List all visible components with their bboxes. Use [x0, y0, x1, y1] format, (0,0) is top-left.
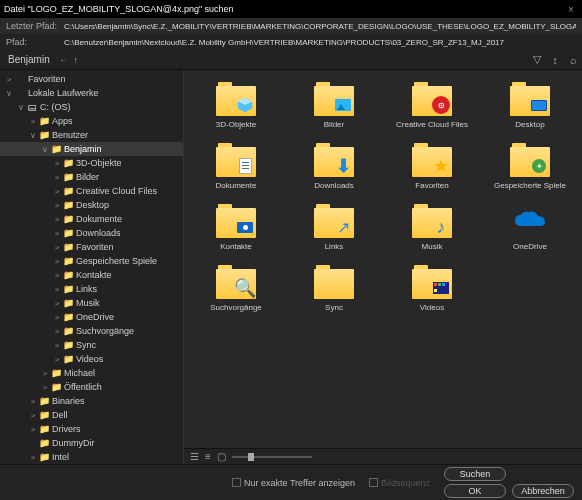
folder-item[interactable]: Kontakte	[188, 200, 284, 255]
folder-item[interactable]: Sync	[286, 261, 382, 316]
tree-item[interactable]: >📁Gespeicherte Spiele	[0, 254, 183, 268]
tree-item-label: Dell	[52, 410, 68, 420]
close-icon[interactable]: ×	[564, 4, 578, 15]
tree-item[interactable]: >📁Desktop	[0, 198, 183, 212]
expander-icon[interactable]: >	[52, 187, 62, 196]
folder-icon	[412, 265, 452, 299]
folder-item[interactable]: ♪Musik	[384, 200, 480, 255]
filter-icon[interactable]: ▽	[528, 53, 546, 66]
expander-icon[interactable]: >	[28, 411, 38, 420]
expander-icon[interactable]: >	[52, 285, 62, 294]
search-icon[interactable]: ⌕	[564, 54, 582, 66]
exact-match-checkbox[interactable]: Nur exakte Treffer anzeigen	[232, 478, 355, 488]
folder-item[interactable]: ✦Gespeicherte Spiele	[482, 139, 578, 194]
tree-item[interactable]: >📁Favoriten	[0, 240, 183, 254]
expander-icon[interactable]: >	[40, 369, 50, 378]
breadcrumb-current[interactable]: Benjamin	[0, 54, 58, 65]
tree-item[interactable]: >📁Bilder	[0, 170, 183, 184]
tree-item[interactable]: >📁Apps	[0, 114, 183, 128]
tree-node-icon: 📁	[62, 326, 74, 336]
tree-item-label: Kontakte	[76, 270, 112, 280]
view-list-icon[interactable]: ☰	[190, 451, 199, 462]
cancel-button[interactable]: Abbrechen	[512, 484, 574, 498]
expander-icon[interactable]: >	[4, 75, 14, 84]
expander-icon[interactable]: ∨	[16, 103, 26, 112]
tree-item[interactable]: >📁Downloads	[0, 226, 183, 240]
tree-item[interactable]: >📁Links	[0, 282, 183, 296]
tree-item[interactable]: >📁Drivers	[0, 422, 183, 436]
expander-icon[interactable]: ∨	[28, 131, 38, 140]
expander-icon[interactable]: >	[52, 271, 62, 280]
expander-icon[interactable]: >	[28, 425, 38, 434]
expander-icon[interactable]: >	[52, 341, 62, 350]
expander-icon[interactable]: >	[52, 173, 62, 182]
tree-node-icon: 📁	[62, 228, 74, 238]
folder-icon	[216, 204, 256, 238]
expander-icon[interactable]: >	[40, 383, 50, 392]
tree-item[interactable]: 📁DummyDir	[0, 436, 183, 450]
tree-item[interactable]: >📁Kontakte	[0, 268, 183, 282]
expander-icon[interactable]: >	[52, 243, 62, 252]
folder-item[interactable]: 🔍Suchvorgänge	[188, 261, 284, 316]
tree-item[interactable]: ∨Lokale Laufwerke	[0, 86, 183, 100]
tree-item[interactable]: ∨📁Benjamin	[0, 142, 183, 156]
tree-node-icon: 📁	[62, 256, 74, 266]
expander-icon[interactable]: >	[52, 159, 62, 168]
tree-item[interactable]: >📁Musik	[0, 296, 183, 310]
folder-item[interactable]: ★Favoriten	[384, 139, 480, 194]
expander-icon[interactable]: >	[52, 215, 62, 224]
folder-item[interactable]: OneDrive	[482, 200, 578, 255]
up-icon[interactable]: ↑	[70, 55, 82, 65]
tree-item[interactable]: >📁Creative Cloud Files	[0, 184, 183, 198]
expander-icon[interactable]: >	[52, 201, 62, 210]
sort-icon[interactable]: ↕	[546, 54, 564, 66]
tree-item[interactable]: >📁Intel	[0, 450, 183, 464]
tree-node-icon: 📁	[62, 172, 74, 182]
folder-item[interactable]: Dokumente	[188, 139, 284, 194]
tree-node-icon: 📁	[62, 354, 74, 364]
tree-item-label: Musik	[76, 298, 100, 308]
back-icon[interactable]: ←	[58, 55, 70, 65]
tree-item[interactable]: >📁Dell	[0, 408, 183, 422]
tree-item[interactable]: ∨📁Benutzer	[0, 128, 183, 142]
folder-item[interactable]: ↗Links	[286, 200, 382, 255]
folder-item[interactable]: Desktop	[482, 78, 578, 133]
tree-item[interactable]: >📁Binaries	[0, 394, 183, 408]
tree-item[interactable]: >📁OneDrive	[0, 310, 183, 324]
expander-icon[interactable]: >	[28, 453, 38, 462]
ok-button[interactable]: OK	[444, 484, 506, 498]
expander-icon[interactable]: ∨	[40, 145, 50, 154]
expander-icon[interactable]: >	[52, 313, 62, 322]
tree-item[interactable]: >📁Dokumente	[0, 212, 183, 226]
path-input[interactable]	[64, 38, 576, 47]
folder-item[interactable]: ⊙Creative Cloud Files	[384, 78, 480, 133]
expander-icon[interactable]: >	[52, 355, 62, 364]
view-details-icon[interactable]: ≡	[205, 451, 211, 462]
expander-icon[interactable]: >	[52, 257, 62, 266]
tree-item[interactable]: >📁3D-Objekte	[0, 156, 183, 170]
expander-icon[interactable]: >	[28, 397, 38, 406]
tree-item[interactable]: >📁Michael	[0, 366, 183, 380]
expander-icon[interactable]: >	[52, 299, 62, 308]
tree-item[interactable]: >📁Öffentlich	[0, 380, 183, 394]
folder-item[interactable]: ⬇Downloads	[286, 139, 382, 194]
tree-sidebar[interactable]: >Favoriten∨Lokale Laufwerke∨🖴C: (OS)>📁Ap…	[0, 70, 184, 464]
tree-item[interactable]: >📁Sync	[0, 338, 183, 352]
tree-item-label: Downloads	[76, 228, 121, 238]
expander-icon[interactable]: ∨	[4, 89, 14, 98]
tree-item-label: Benutzer	[52, 130, 88, 140]
search-button[interactable]: Suchen	[444, 467, 506, 481]
expander-icon[interactable]: >	[28, 117, 38, 126]
folder-item[interactable]: Bilder	[286, 78, 382, 133]
folder-item[interactable]: 3D-Objekte	[188, 78, 284, 133]
expander-icon[interactable]: >	[52, 327, 62, 336]
tree-item[interactable]: >📁Videos	[0, 352, 183, 366]
expander-icon[interactable]: >	[52, 229, 62, 238]
folder-item[interactable]: Videos	[384, 261, 480, 316]
tree-item[interactable]: >📁Suchvorgänge	[0, 324, 183, 338]
tree-item[interactable]: >Favoriten	[0, 72, 183, 86]
zoom-slider[interactable]	[232, 456, 312, 458]
tree-item[interactable]: ∨🖴C: (OS)	[0, 100, 183, 114]
view-grid-icon[interactable]: ▢	[217, 451, 226, 462]
tree-node-icon: 📁	[62, 214, 74, 224]
